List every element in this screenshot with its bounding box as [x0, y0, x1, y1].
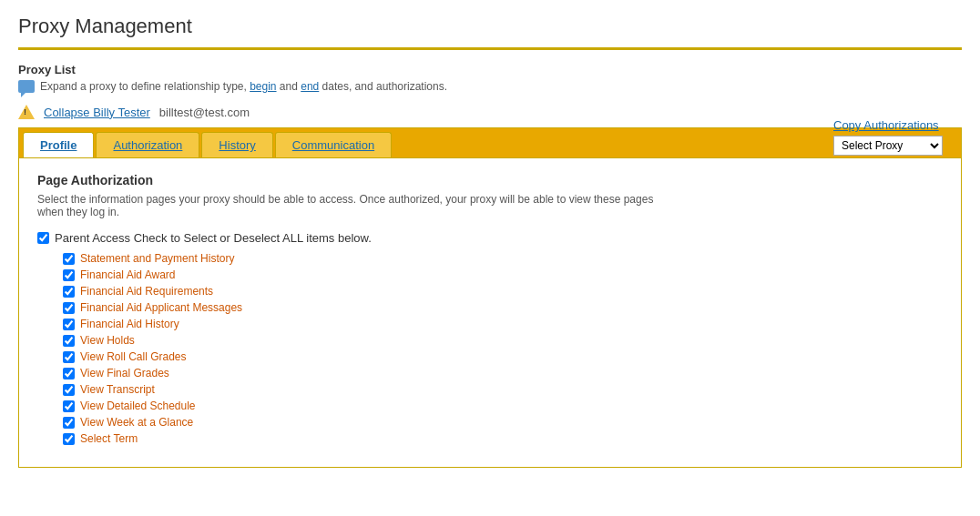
auth-item-label-2: Financial Aid Requirements	[80, 285, 213, 298]
auth-item-checkbox-0[interactable]	[63, 253, 75, 265]
page-auth-desc: Select the information pages your proxy …	[37, 193, 657, 218]
tab-communication[interactable]: Communication	[275, 132, 392, 157]
auth-item-label-8: View Transcript	[80, 383, 155, 396]
auth-item-label-1: Financial Aid Award	[80, 268, 176, 281]
page-title: Proxy Management	[18, 15, 962, 38]
auth-item: View Week at a Glance	[63, 416, 943, 429]
auth-item-label-5: View Holds	[80, 334, 135, 347]
auth-item: View Roll Call Grades	[63, 350, 943, 363]
proxy-email: billtest@test.com	[159, 106, 250, 119]
proxy-list-section: Proxy List Expand a proxy to define rela…	[18, 63, 962, 93]
auth-item-label-9: View Detailed Schedule	[80, 400, 196, 412]
auth-item: Financial Aid History	[63, 318, 943, 330]
parent-access-row: Parent Access Check to Select or Deselec…	[37, 231, 943, 245]
parent-access-label: Parent Access Check to Select or Deselec…	[55, 231, 372, 245]
auth-item-checkbox-9[interactable]	[63, 400, 75, 412]
auth-item-checkbox-6[interactable]	[63, 351, 75, 363]
warning-triangle	[18, 105, 35, 119]
begin-link: begin	[250, 80, 276, 93]
auth-item-checkbox-10[interactable]	[63, 417, 75, 429]
auth-item-checkbox-4[interactable]	[63, 319, 75, 330]
auth-item: Select Term	[63, 432, 943, 445]
auth-item-checkbox-11[interactable]	[63, 433, 75, 445]
auth-item-checkbox-5[interactable]	[63, 335, 75, 347]
instruction-text: Expand a proxy to define relationship ty…	[40, 80, 447, 93]
copy-auth-section: Copy Authorizations Select Proxy	[833, 118, 943, 156]
tab-content: Copy Authorizations Select Proxy Page Au…	[18, 158, 962, 468]
auth-item-label-0: Statement and Payment History	[80, 252, 234, 265]
auth-item-label-6: View Roll Call Grades	[80, 350, 187, 363]
tab-profile[interactable]: Profile	[23, 132, 94, 157]
end-link: end	[301, 80, 319, 93]
auth-item-checkbox-8[interactable]	[63, 384, 75, 396]
chat-icon	[18, 80, 35, 93]
auth-item-label-3: Financial Aid Applicant Messages	[80, 301, 242, 314]
auth-item: View Detailed Schedule	[63, 400, 943, 412]
instruction-row: Expand a proxy to define relationship ty…	[18, 80, 962, 93]
select-proxy-dropdown[interactable]: Select Proxy	[833, 136, 943, 156]
collapse-proxy-link[interactable]: Collapse Billy Tester	[44, 106, 150, 119]
auth-item-label-7: View Final Grades	[80, 367, 169, 379]
auth-item-checkbox-2[interactable]	[63, 286, 75, 298]
tab-history[interactable]: History	[201, 132, 272, 157]
parent-access-checkbox[interactable]	[37, 232, 49, 244]
auth-item-label-4: Financial Aid History	[80, 318, 179, 330]
proxy-list-heading: Proxy List	[18, 63, 962, 76]
warning-icon	[18, 104, 35, 120]
tabs-container: Profile Authorization History Communicat…	[18, 127, 962, 158]
proxy-row: Collapse Billy Tester billtest@test.com	[18, 104, 962, 120]
tab-authorization[interactable]: Authorization	[96, 132, 199, 157]
auth-item-checkbox-1[interactable]	[63, 269, 75, 281]
copy-authorizations-link[interactable]: Copy Authorizations	[833, 118, 943, 132]
auth-item: Financial Aid Applicant Messages	[63, 301, 943, 314]
gold-divider	[18, 47, 962, 50]
auth-item-checkbox-3[interactable]	[63, 302, 75, 314]
auth-item-checkbox-7[interactable]	[63, 368, 75, 379]
auth-item: View Transcript	[63, 383, 943, 396]
auth-item: Financial Aid Award	[63, 268, 943, 281]
auth-item-label-10: View Week at a Glance	[80, 416, 193, 429]
auth-item-label-11: Select Term	[80, 432, 138, 445]
page-auth-heading: Page Authorization	[37, 173, 943, 187]
auth-item: Statement and Payment History	[63, 252, 943, 265]
auth-item: View Holds	[63, 334, 943, 347]
auth-item: View Final Grades	[63, 367, 943, 379]
auth-item: Financial Aid Requirements	[63, 285, 943, 298]
authorization-items: Statement and Payment HistoryFinancial A…	[63, 252, 943, 445]
